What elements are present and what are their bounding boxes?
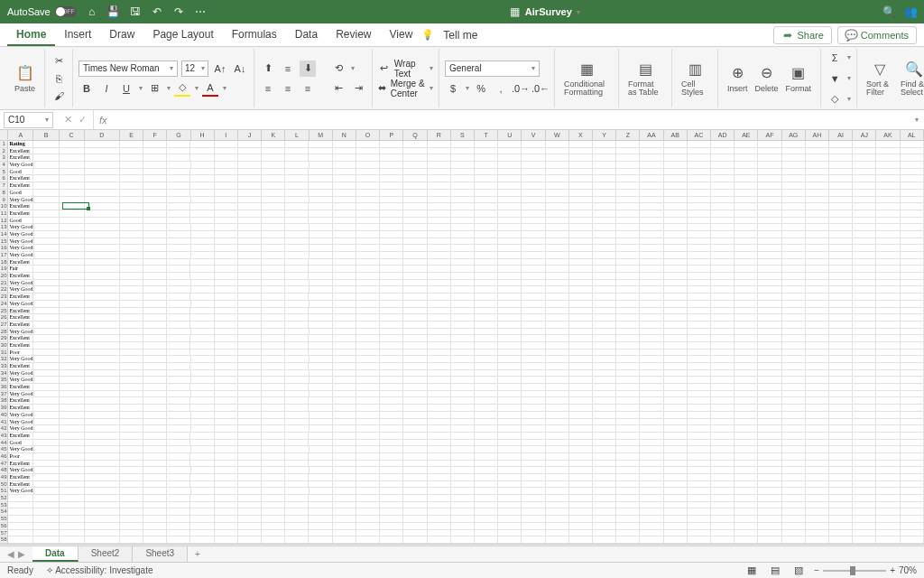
cell[interactable] [356,148,380,155]
cell[interactable] [262,467,285,474]
cell[interactable] [428,266,451,273]
cell[interactable] [664,523,688,530]
cell[interactable] [333,175,356,182]
cell[interactable] [356,453,380,461]
cell[interactable] [782,162,806,169]
cell[interactable] [569,461,593,468]
cell[interactable] [782,446,806,453]
cell[interactable] [475,301,498,308]
cell[interactable] [829,335,853,342]
cell[interactable] [333,141,356,148]
cell[interactable] [901,508,924,516]
cell[interactable] [451,446,475,453]
cell[interactable] [238,182,262,190]
cell[interactable] [85,419,120,426]
cell[interactable] [498,335,522,342]
cell[interactable] [85,495,120,502]
cell[interactable] [60,314,85,322]
cell[interactable] [120,218,143,225]
cell[interactable] [120,502,143,509]
cell[interactable] [143,294,167,301]
cell[interactable]: Very Good [8,391,33,398]
cell[interactable] [403,273,427,280]
cell[interactable] [285,286,309,294]
cell[interactable] [120,412,143,419]
row-header[interactable]: 19 [0,266,8,273]
cell[interactable] [853,391,876,398]
cell[interactable] [380,530,403,537]
cell[interactable] [309,433,332,440]
cell[interactable] [853,508,876,516]
cell[interactable] [569,425,593,433]
cell[interactable] [876,218,900,225]
cell[interactable] [190,182,214,190]
cell[interactable] [569,245,593,252]
fx-label[interactable]: fx [94,115,113,126]
cell[interactable] [475,329,498,336]
redo-icon[interactable]: ↷ [172,5,185,18]
cell[interactable] [34,252,60,259]
cell[interactable] [546,377,569,384]
cell[interactable] [664,461,688,468]
cell[interactable] [143,433,167,440]
cell[interactable] [782,370,806,378]
cell[interactable] [475,224,498,231]
cell[interactable] [428,405,451,412]
cell[interactable] [403,169,427,176]
comments-button[interactable]: 💬Comments [837,26,917,44]
cell[interactable] [853,481,876,489]
cell[interactable] [356,308,380,315]
cell[interactable] [451,169,475,176]
cell[interactable] [522,419,545,426]
cell[interactable] [238,286,262,294]
cell[interactable] [901,377,924,384]
search-icon[interactable]: 🔍 [882,5,895,18]
cell[interactable] [285,301,309,308]
cell[interactable] [262,169,285,176]
cell[interactable] [403,259,427,266]
cell[interactable] [380,322,403,329]
cell[interactable] [451,218,475,225]
cell[interactable] [167,154,190,162]
cell[interactable] [758,182,781,190]
cell[interactable] [238,342,262,350]
cell[interactable] [60,488,85,495]
cell[interactable] [190,169,214,176]
cell[interactable] [735,419,758,426]
cell[interactable] [33,474,59,481]
cell[interactable] [60,141,85,148]
cell[interactable] [640,329,663,336]
cell[interactable] [143,273,167,280]
cell[interactable] [735,280,758,287]
save2-icon[interactable]: 🖫 [129,5,142,18]
cell[interactable] [711,322,735,329]
cell[interactable] [782,474,806,481]
zoom-slider[interactable] [823,570,886,572]
conditional-formatting-button[interactable]: ▦Conditional Formatting [560,51,613,106]
cell[interactable] [640,286,663,294]
cell[interactable] [616,384,640,391]
cell[interactable] [593,384,616,391]
view-normal-icon[interactable]: ▦ [744,563,760,579]
cell[interactable] [758,446,781,453]
cell[interactable] [475,210,498,218]
cell[interactable] [380,370,403,378]
align-top-icon[interactable]: ⬆ [260,61,276,77]
cell[interactable] [498,370,522,378]
cell[interactable] [498,252,522,259]
cell[interactable]: Very Good [8,412,33,419]
cell[interactable] [498,148,522,155]
cell[interactable] [309,273,332,280]
cell[interactable] [569,322,593,329]
cell[interactable] [167,356,190,363]
col-header[interactable]: Q [403,130,427,140]
view-pagebreak-icon[interactable]: ▧ [790,563,807,579]
cell[interactable] [451,433,475,440]
cell[interactable] [451,231,475,238]
cell[interactable] [285,280,309,287]
cell[interactable] [711,224,735,231]
cell[interactable] [711,162,735,169]
cell[interactable] [806,245,829,252]
cell[interactable] [616,342,640,350]
cell[interactable] [167,252,190,259]
